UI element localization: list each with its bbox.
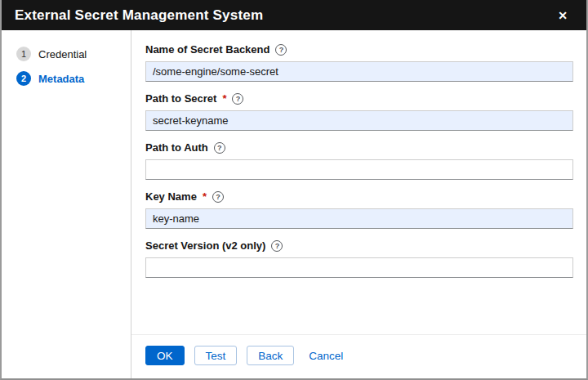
modal-header: External Secret Management System ✕ [2, 0, 586, 30]
ok-button[interactable]: OK [145, 346, 185, 365]
field-path-to-secret: Path to Secret * ? [145, 93, 573, 131]
field-key-name: Key Name * ? [145, 191, 573, 229]
help-icon[interactable]: ? [214, 142, 225, 154]
field-label-row: Name of Secret Backend ? [145, 44, 573, 56]
field-secret-backend: Name of Secret Backend ? [145, 44, 573, 82]
field-label: Path to Secret [145, 93, 216, 105]
modal-title: External Secret Management System [15, 7, 263, 24]
test-button[interactable]: Test [194, 346, 238, 365]
step-number-badge: 1 [16, 47, 31, 61]
cancel-button[interactable]: Cancel [304, 346, 348, 365]
field-path-to-auth: Path to Auth ? [145, 142, 573, 180]
field-label: Name of Secret Backend [145, 44, 270, 56]
secret-backend-input[interactable] [145, 61, 573, 82]
field-label-row: Path to Secret * ? [145, 93, 573, 105]
wizard-content: Name of Secret Backend ? Path to Secret … [131, 30, 586, 378]
key-name-input[interactable] [145, 208, 573, 229]
path-to-secret-input[interactable] [145, 110, 573, 131]
wizard-nav: 1 Credential 2 Metadata [2, 30, 131, 378]
modal-footer: OK Test Back Cancel [131, 334, 586, 378]
wizard-step-metadata[interactable]: 2 Metadata [2, 66, 131, 91]
field-label-row: Path to Auth ? [145, 142, 573, 154]
external-secret-modal: External Secret Management System ✕ 1 Cr… [0, 0, 588, 380]
field-label: Secret Version (v2 only) [145, 240, 265, 252]
wizard-step-label: Credential [38, 48, 87, 60]
step-number-badge: 2 [16, 71, 31, 86]
help-icon[interactable]: ? [212, 191, 224, 203]
metadata-form: Name of Secret Backend ? Path to Secret … [131, 30, 586, 334]
modal-body: 1 Credential 2 Metadata Name of Secret B… [2, 30, 586, 378]
close-icon: ✕ [558, 9, 568, 22]
back-button[interactable]: Back [247, 346, 294, 365]
required-asterisk: * [203, 193, 207, 201]
secret-version-input[interactable] [145, 257, 573, 278]
field-label-row: Key Name * ? [145, 191, 573, 203]
path-to-auth-input[interactable] [145, 159, 573, 180]
field-label: Key Name [145, 191, 197, 203]
wizard-step-label: Metadata [38, 73, 84, 85]
help-icon[interactable]: ? [232, 93, 243, 105]
help-icon[interactable]: ? [275, 44, 287, 56]
help-icon[interactable]: ? [271, 240, 283, 252]
required-asterisk: * [222, 95, 226, 103]
field-label-row: Secret Version (v2 only) ? [145, 240, 573, 252]
close-button[interactable]: ✕ [552, 5, 573, 26]
wizard-step-credential[interactable]: 1 Credential [2, 42, 131, 66]
field-secret-version: Secret Version (v2 only) ? [145, 240, 573, 278]
field-label: Path to Auth [145, 142, 208, 154]
